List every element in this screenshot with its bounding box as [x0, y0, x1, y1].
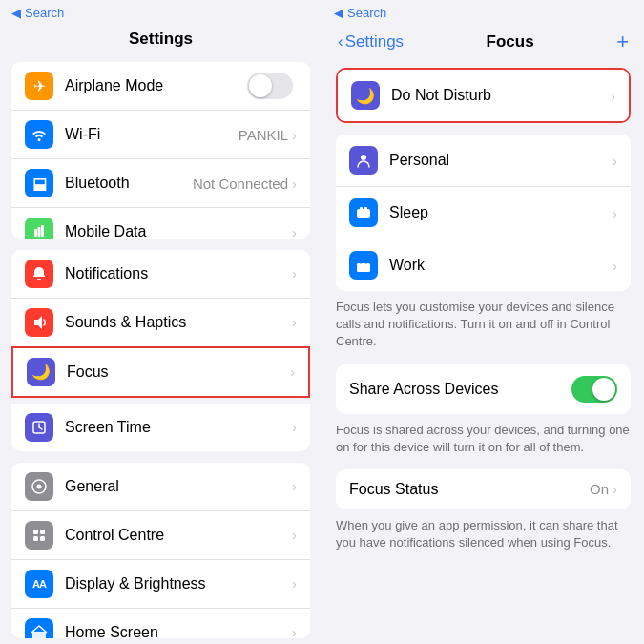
- sleep-row[interactable]: Sleep ›: [336, 187, 631, 239]
- focus-icon: 🌙: [27, 358, 55, 386]
- mobile-data-label: Mobile Data: [65, 223, 292, 239]
- work-chevron: ›: [613, 258, 617, 274]
- general-row[interactable]: General ›: [11, 463, 310, 511]
- wifi-icon: [25, 120, 53, 149]
- svg-rect-18: [357, 263, 370, 272]
- sounds-chevron: ›: [292, 314, 297, 330]
- back-chevron: ‹: [338, 32, 343, 52]
- bluetooth-value: Not Connected: [193, 176, 288, 192]
- personal-chevron: ›: [613, 153, 617, 169]
- general-chevron: ›: [292, 478, 297, 494]
- airplane-icon: ✈: [25, 72, 53, 100]
- work-label: Work: [389, 257, 613, 274]
- homescreen-row[interactable]: Home Screen ›: [11, 609, 310, 639]
- back-label[interactable]: Settings: [345, 32, 404, 52]
- homescreen-icon: [25, 618, 53, 639]
- dnd-icon: 🌙: [351, 81, 380, 110]
- sounds-label: Sounds & Haptics: [65, 314, 292, 331]
- svg-rect-17: [364, 207, 367, 210]
- bluetooth-icon: ⬓: [25, 169, 53, 197]
- bluetooth-row[interactable]: ⬓ Bluetooth Not Connected ›: [11, 159, 310, 208]
- notifications-chevron: ›: [292, 265, 297, 281]
- svg-rect-1: [38, 227, 41, 237]
- display-chevron: ›: [292, 575, 297, 592]
- screentime-icon: [25, 413, 53, 442]
- back-button[interactable]: ‹ Settings: [338, 32, 404, 52]
- bluetooth-chevron: ›: [292, 176, 297, 192]
- screentime-row[interactable]: Screen Time ›: [11, 404, 310, 451]
- notifications-row[interactable]: Notifications ›: [11, 250, 310, 299]
- right-header: ‹ Settings Focus +: [322, 26, 644, 62]
- svg-point-14: [361, 155, 366, 160]
- work-row[interactable]: Work ›: [336, 239, 631, 291]
- sounds-row[interactable]: Sounds & Haptics ›: [11, 299, 310, 346]
- focus-status-chevron: ›: [613, 481, 617, 497]
- airplane-toggle[interactable]: [247, 73, 293, 99]
- personal-icon: [349, 146, 378, 175]
- controlcentre-label: Control Centre: [65, 527, 292, 544]
- svg-marker-4: [34, 316, 42, 329]
- wifi-row[interactable]: Wi-Fi PANKIL ›: [11, 111, 310, 159]
- dnd-highlight-wrapper: 🌙 Do Not Disturb ›: [336, 68, 631, 123]
- sleep-chevron: ›: [613, 205, 617, 221]
- svg-rect-0: [34, 229, 37, 237]
- screentime-label: Screen Time: [65, 419, 292, 436]
- wifi-label: Wi-Fi: [65, 126, 239, 143]
- sleep-label: Sleep: [389, 204, 613, 221]
- left-search-chevron: ◀: [11, 6, 21, 20]
- dnd-chevron: ›: [611, 88, 615, 104]
- right-search-label[interactable]: Search: [347, 6, 386, 20]
- dnd-label: Do Not Disturb: [391, 87, 611, 104]
- svg-rect-11: [40, 536, 45, 541]
- mobile-data-row[interactable]: Mobile Data ›: [11, 208, 310, 239]
- wifi-chevron: ›: [292, 127, 297, 143]
- connectivity-group: ✈ Airplane Mode Wi-Fi PANKIL › ⬓ Bluetoo…: [11, 62, 310, 239]
- left-search-label[interactable]: Search: [25, 6, 64, 20]
- personal-row[interactable]: Personal ›: [336, 135, 631, 187]
- display-label: Display & Brightness: [65, 575, 292, 592]
- share-across-devices-row[interactable]: Share Across Devices: [336, 364, 631, 414]
- homescreen-label: Home Screen: [65, 624, 292, 639]
- focus-chevron: ›: [290, 364, 295, 380]
- mobile-data-icon: [25, 218, 53, 239]
- display-row[interactable]: AA Display & Brightness ›: [11, 560, 310, 609]
- svg-rect-8: [33, 530, 38, 534]
- svg-rect-2: [41, 225, 44, 237]
- svg-rect-15: [357, 209, 370, 218]
- work-icon: [349, 251, 378, 280]
- airplane-label: Airplane Mode: [65, 77, 247, 94]
- screentime-chevron: ›: [292, 419, 297, 435]
- notifications-icon: [25, 260, 53, 288]
- personal-label: Personal: [389, 152, 613, 169]
- general-group: General › Control Centre › AA Display & …: [11, 463, 310, 639]
- airplane-mode-row[interactable]: ✈ Airplane Mode: [11, 62, 310, 111]
- right-panel: ◀ Search ‹ Settings Focus + 🌙 Do Not Dis…: [322, 0, 644, 644]
- dnd-row[interactable]: 🌙 Do Not Disturb ›: [338, 70, 629, 121]
- display-icon: AA: [25, 570, 53, 598]
- focus-status-row[interactable]: Focus Status On ›: [336, 469, 631, 509]
- wifi-value: PANKIL: [239, 127, 288, 143]
- focus-status-label: Focus Status: [349, 481, 590, 498]
- share-description: Focus is shared across your devices, and…: [336, 422, 631, 456]
- notifications-group: Notifications › Sounds & Haptics ›: [11, 250, 310, 346]
- left-panel-title: Settings: [0, 26, 322, 56]
- general-label: General: [65, 478, 292, 495]
- left-search-bar[interactable]: ◀ Search: [0, 0, 322, 26]
- notifications-group-wrapper: Notifications › Sounds & Haptics › 🌙 Foc…: [0, 244, 322, 457]
- focus-label: Focus: [67, 364, 290, 381]
- notifications-label: Notifications: [65, 265, 292, 282]
- focus-items-group: Personal › Sleep › Work ›: [336, 135, 631, 291]
- add-focus-button[interactable]: +: [616, 30, 629, 54]
- controlcentre-chevron: ›: [292, 527, 297, 543]
- controlcentre-icon: [25, 521, 53, 550]
- svg-rect-9: [40, 530, 45, 534]
- mobile-data-chevron: ›: [292, 224, 297, 239]
- right-search-bar[interactable]: ◀ Search: [322, 0, 644, 26]
- share-toggle[interactable]: [571, 376, 617, 403]
- controlcentre-row[interactable]: Control Centre ›: [11, 511, 310, 560]
- focus-status-value: On: [590, 481, 609, 497]
- focus-status-description: When you give an app permission, it can …: [336, 517, 631, 551]
- focus-row[interactable]: 🌙 Focus ›: [13, 348, 308, 396]
- focus-highlight-wrapper: 🌙 Focus ›: [11, 346, 310, 398]
- svg-rect-10: [33, 536, 38, 541]
